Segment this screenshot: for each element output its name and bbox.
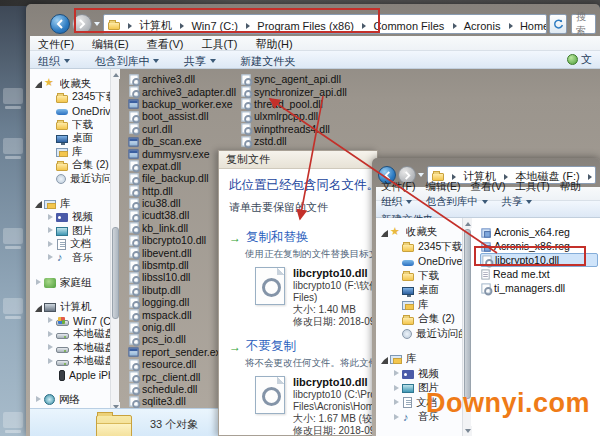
sidebar-item[interactable]: 最近访问的位置 xyxy=(376,327,462,342)
sidebar-item[interactable]: 本地磁盘 (E:) xyxy=(30,341,110,355)
toolbar-button[interactable]: 新建文件夹 xyxy=(240,54,295,69)
sidebar-item[interactable]: 库 xyxy=(30,145,110,159)
sidebar-item[interactable]: 桌面 xyxy=(376,283,462,298)
sidebar-item[interactable]: 下载 xyxy=(376,269,462,284)
file-row[interactable]: ti_managers.dll xyxy=(480,281,598,295)
sidebar-item[interactable]: 网络 xyxy=(30,393,110,407)
expander-icon[interactable] xyxy=(46,120,55,129)
recent-pages-chevron[interactable] xyxy=(94,22,100,29)
expander-icon[interactable] xyxy=(46,134,55,143)
forward-button[interactable] xyxy=(72,14,92,34)
file-row[interactable]: Read me.txt xyxy=(480,267,598,281)
toolbar-button[interactable]: 包含到库中 xyxy=(425,195,488,209)
expander-icon[interactable] xyxy=(392,398,401,407)
scroll-up-icon[interactable] xyxy=(111,69,120,79)
expander-icon[interactable] xyxy=(34,278,43,287)
sidebar-item[interactable]: 库 xyxy=(376,298,462,313)
expander-icon[interactable] xyxy=(46,147,55,156)
sidebar-item[interactable]: 音乐 xyxy=(30,251,110,265)
expander-icon[interactable] xyxy=(392,329,401,338)
file-row[interactable]: db_scan.exe xyxy=(128,135,240,147)
refresh-button[interactable] xyxy=(549,14,567,34)
sidebar-item[interactable]: 视频 xyxy=(376,367,462,382)
sidebar-item[interactable]: Win7 (C:) xyxy=(30,314,110,328)
sidebar-item[interactable]: OneDrive xyxy=(376,254,462,269)
menu-item[interactable]: 编辑(E) xyxy=(92,38,129,50)
file-row[interactable]: zstd.dll xyxy=(240,135,360,147)
expander-icon[interactable] xyxy=(46,330,55,339)
breadcrumb-item[interactable]: Win7 (C:) xyxy=(176,20,237,32)
expander-icon[interactable] xyxy=(46,357,55,366)
breadcrumb-item[interactable]: Acronis xyxy=(449,20,501,32)
expander-icon[interactable] xyxy=(34,199,43,208)
sidebar-item[interactable]: 2345下载 xyxy=(30,91,110,105)
toolbar-button[interactable]: 共享 xyxy=(501,195,532,209)
expander-icon[interactable] xyxy=(46,213,55,222)
menu-item[interactable]: 文件(F) xyxy=(38,38,74,50)
sidebar-item[interactable]: 合集 (2) xyxy=(30,159,110,173)
expander-icon[interactable] xyxy=(392,257,401,266)
sidebar-item[interactable]: 计算机 xyxy=(30,300,110,314)
expander-icon[interactable] xyxy=(392,315,401,324)
expander-icon[interactable] xyxy=(46,226,55,235)
expander-icon[interactable] xyxy=(46,93,55,102)
breadcrumb-item[interactable]: Program Files (x86) xyxy=(242,20,354,32)
menu-item[interactable]: 编辑(E) xyxy=(425,180,460,192)
expander-icon[interactable] xyxy=(34,395,43,404)
expander-icon[interactable] xyxy=(392,271,401,280)
sidebar-item[interactable]: 库 xyxy=(376,352,462,367)
sidebar-item[interactable]: 桌面 xyxy=(30,131,110,145)
file-row[interactable]: Acronis_x86.reg xyxy=(480,239,598,253)
sidebar-item[interactable]: OneDrive xyxy=(30,104,110,118)
menu-item[interactable]: 帮助(H) xyxy=(255,38,292,50)
expander-icon[interactable] xyxy=(392,300,401,309)
file-row[interactable]: winpthreads4.dll xyxy=(240,123,360,135)
file-row[interactable]: synchronizer_api.dll xyxy=(240,85,360,97)
toolbar-button[interactable]: 组织 xyxy=(381,195,412,209)
file-row[interactable]: archive3_adapter.dll xyxy=(128,85,240,97)
sidebar-item[interactable]: Apple iPhone xyxy=(30,368,110,382)
toolbar-button[interactable]: 组织 xyxy=(38,54,70,69)
expander-icon[interactable] xyxy=(392,369,401,378)
desktop-icon[interactable] xyxy=(3,412,23,428)
file-row[interactable]: backup_worker.exe xyxy=(128,98,240,110)
toolbar-button[interactable]: 共享 xyxy=(184,54,216,69)
expander-icon[interactable] xyxy=(46,343,55,352)
scroll-up-icon[interactable] xyxy=(463,218,472,228)
file-row[interactable]: thread_pool.dll xyxy=(240,98,360,110)
sidebar-item[interactable]: 视频 xyxy=(30,210,110,224)
breadcrumb-item[interactable]: Home xyxy=(505,20,547,32)
expander-icon[interactable] xyxy=(380,228,389,237)
expander-icon[interactable] xyxy=(46,371,55,380)
toolbar-right-button[interactable]: 文 xyxy=(567,52,592,67)
sidebar-item[interactable]: 本地磁盘 (F:) xyxy=(30,355,110,369)
expander-icon[interactable] xyxy=(46,253,55,262)
menu-item[interactable]: 工具(T) xyxy=(201,38,237,50)
sidebar-item[interactable]: 图片 xyxy=(30,224,110,238)
file-row[interactable]: curl.dll xyxy=(128,123,240,135)
expander-icon[interactable] xyxy=(46,106,55,115)
menu-item[interactable]: 工具(T) xyxy=(515,180,549,192)
toolbar-button[interactable]: 包含到库中 xyxy=(94,54,159,69)
sidebar-item[interactable]: 本地磁盘 (D:) xyxy=(30,328,110,342)
file-row[interactable]: boot_assist.dll xyxy=(128,110,240,122)
sidebar-item[interactable]: 合集 (2) xyxy=(376,312,462,327)
desktop-icon[interactable] xyxy=(3,228,23,244)
breadcrumb-item[interactable]: Common Files xyxy=(358,20,444,32)
option-copy-replace[interactable]: → 复制和替换 使用正在复制的文件替换目标文件夹中的文 libcrypto10.… xyxy=(229,229,377,328)
expander-icon[interactable] xyxy=(392,242,401,251)
scrollbar-thumb[interactable] xyxy=(464,229,471,399)
scrollbar-thumb[interactable] xyxy=(112,227,119,319)
desktop-icon[interactable] xyxy=(3,298,23,314)
search-box[interactable]: 搜索 xyxy=(571,14,596,34)
desktop-icon[interactable] xyxy=(3,88,23,104)
expander-icon[interactable] xyxy=(46,174,55,183)
sidebar-scrollbar[interactable] xyxy=(110,69,119,412)
sidebar-item[interactable]: 收藏夹 xyxy=(376,225,462,240)
back-button[interactable] xyxy=(50,14,70,34)
sidebar-item[interactable]: 最近访问的位置 xyxy=(30,172,110,186)
expander-icon[interactable] xyxy=(34,303,43,312)
breadcrumb-item[interactable]: 计算机 xyxy=(124,18,172,33)
file-row[interactable]: Acronis_x64.reg xyxy=(480,225,598,239)
expander-icon[interactable] xyxy=(46,316,55,325)
